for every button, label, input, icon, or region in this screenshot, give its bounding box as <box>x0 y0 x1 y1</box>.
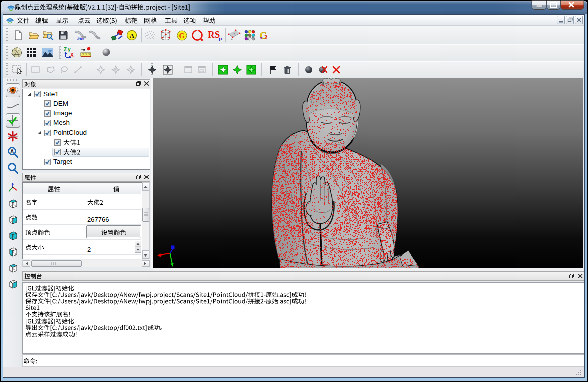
svg-text:m²: m² <box>48 49 52 52</box>
svg-text:X: X <box>70 52 74 58</box>
svg-text:RS: RS <box>208 29 220 40</box>
svg-text:y: y <box>68 47 71 52</box>
svg-text:A: A <box>130 32 135 39</box>
svg-text:G: G <box>179 32 185 40</box>
svg-text:Z: Z <box>64 47 67 52</box>
svg-text:Site: Site <box>77 36 84 41</box>
svg-text:p: p <box>219 35 222 41</box>
svg-text:2: 2 <box>264 33 268 41</box>
svg-text:A: A <box>10 149 14 154</box>
